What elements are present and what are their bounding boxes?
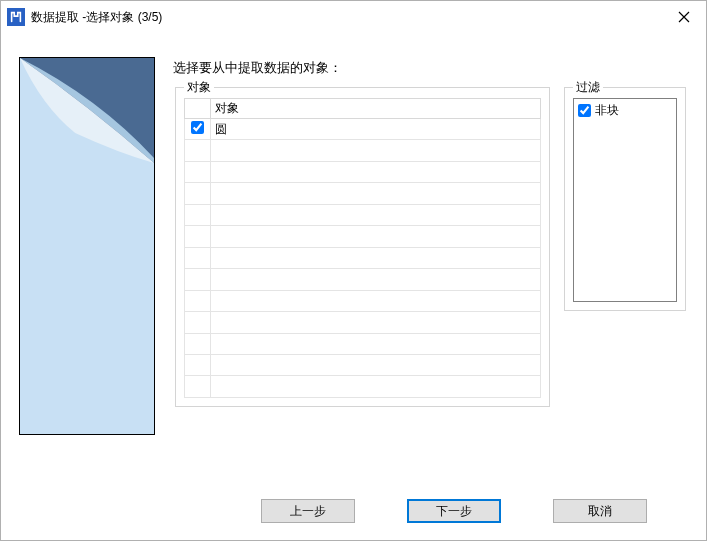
close-icon xyxy=(678,11,690,23)
table-row[interactable]: 圆 xyxy=(185,119,541,140)
instruction-text: 选择要从中提取数据的对象： xyxy=(173,57,688,77)
table-row xyxy=(185,290,541,311)
objects-group-label: 对象 xyxy=(184,79,214,96)
table-row xyxy=(185,376,541,398)
content-area: 选择要从中提取数据的对象： 对象 对象 圆 过滤 非块 xyxy=(1,33,706,495)
filter-item-label: 非块 xyxy=(595,102,619,119)
objects-header-check xyxy=(185,99,211,119)
next-button[interactable]: 下一步 xyxy=(407,499,501,523)
app-icon xyxy=(7,8,25,26)
row-checkbox[interactable] xyxy=(191,121,204,134)
table-row xyxy=(185,204,541,225)
titlebar: 数据提取 -选择对象 (3/5) xyxy=(1,1,706,33)
table-row xyxy=(185,269,541,290)
back-button[interactable]: 上一步 xyxy=(261,499,355,523)
filter-groupbox: 过滤 非块 xyxy=(564,87,686,311)
table-row xyxy=(185,312,541,333)
table-row xyxy=(185,161,541,182)
filter-list[interactable]: 非块 xyxy=(573,98,677,302)
window-title: 数据提取 -选择对象 (3/5) xyxy=(31,9,662,26)
close-button[interactable] xyxy=(662,2,706,32)
filter-checkbox[interactable] xyxy=(578,104,591,117)
table-row xyxy=(185,183,541,204)
table-row xyxy=(185,140,541,161)
table-row xyxy=(185,247,541,268)
objects-groupbox: 对象 对象 圆 xyxy=(175,87,550,407)
row-check-cell[interactable] xyxy=(185,119,211,140)
objects-table[interactable]: 对象 圆 xyxy=(184,98,541,398)
objects-header-name: 对象 xyxy=(211,99,541,119)
row-name-cell: 圆 xyxy=(211,119,541,140)
button-row: 上一步 下一步 取消 xyxy=(0,495,707,541)
filter-group-label: 过滤 xyxy=(573,79,603,96)
right-pane: 选择要从中提取数据的对象： 对象 对象 圆 过滤 非块 xyxy=(155,57,688,495)
table-row xyxy=(185,226,541,247)
filter-item[interactable]: 非块 xyxy=(578,101,672,119)
wizard-illustration xyxy=(19,57,155,435)
page-fold-graphic xyxy=(20,58,154,238)
table-row xyxy=(185,333,541,354)
table-row xyxy=(185,354,541,375)
cancel-button[interactable]: 取消 xyxy=(553,499,647,523)
group-row: 对象 对象 圆 过滤 非块 xyxy=(173,87,688,495)
